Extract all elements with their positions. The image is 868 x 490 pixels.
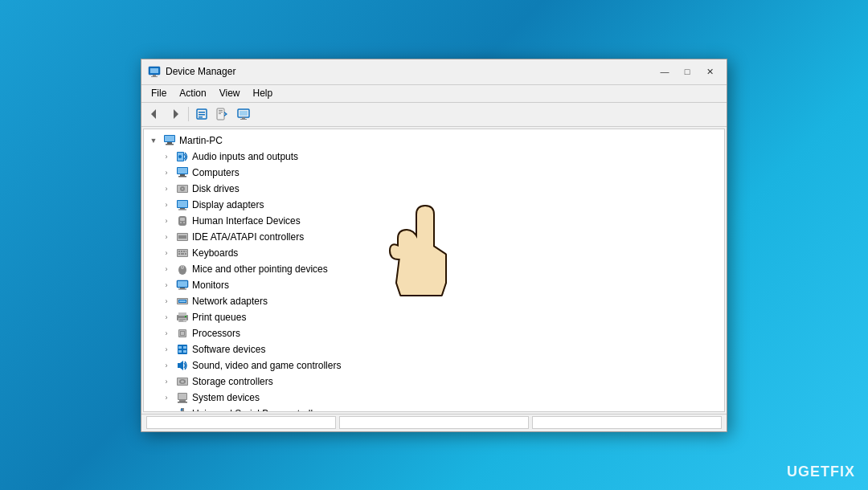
item-label-2: Disk drives <box>192 183 240 194</box>
svg-rect-36 <box>178 209 186 210</box>
forward-button[interactable] <box>166 105 185 123</box>
svg-rect-21 <box>166 144 174 145</box>
tree-item-6[interactable]: › Keyboards <box>144 245 724 261</box>
svg-rect-58 <box>180 288 185 289</box>
window-title: Device Manager <box>166 66 654 77</box>
svg-point-69 <box>185 316 186 317</box>
tree-root: ▼ Martin-PC › <box>144 133 724 412</box>
tree-item-8[interactable]: › Monitors <box>144 277 724 293</box>
svg-rect-34 <box>178 201 187 207</box>
svg-rect-51 <box>181 253 184 255</box>
tree-item-7[interactable]: › Mice and other pointing devices <box>144 261 724 277</box>
expand-icon-12: › <box>160 343 173 356</box>
disk-icon <box>176 182 189 195</box>
minimize-button[interactable]: — <box>654 63 675 80</box>
ide-icon <box>176 231 189 243</box>
system-icon <box>176 391 189 404</box>
svg-rect-47 <box>181 251 182 252</box>
item-label-15: System devices <box>192 392 260 403</box>
svg-marker-5 <box>174 109 178 119</box>
svg-rect-63 <box>179 300 186 302</box>
toolbar-sep-1 <box>188 107 189 121</box>
item-label-10: Print queues <box>192 312 246 323</box>
properties-button[interactable] <box>192 105 211 123</box>
usb-icon <box>176 407 189 412</box>
svg-point-32 <box>182 188 183 190</box>
svg-rect-11 <box>219 110 223 111</box>
status-panel-right <box>532 416 722 429</box>
svg-rect-40 <box>183 222 185 223</box>
svg-rect-55 <box>182 266 183 268</box>
svg-rect-67 <box>179 319 186 320</box>
tree-item-15[interactable]: › System devices <box>144 390 724 406</box>
svg-rect-39 <box>180 222 182 223</box>
tree-item-3[interactable]: › Display adapters <box>144 197 724 213</box>
display-adapter-icon <box>176 198 189 211</box>
item-label-1: Computers <box>192 167 240 178</box>
computer-icon <box>163 134 176 147</box>
menu-view[interactable]: View <box>213 86 247 100</box>
svg-rect-52 <box>185 253 186 255</box>
svg-rect-59 <box>178 288 186 289</box>
root-label: Martin-PC <box>179 135 223 146</box>
svg-rect-28 <box>178 176 186 178</box>
tree-item-2[interactable]: › Disk drives <box>144 181 724 197</box>
svg-rect-26 <box>178 168 187 174</box>
svg-rect-73 <box>181 332 184 335</box>
menu-help[interactable]: Help <box>247 86 280 100</box>
device-tree[interactable]: ▼ Martin-PC › <box>143 129 725 412</box>
menu-bar: File Action View Help <box>141 85 727 103</box>
tree-item-10[interactable]: › Print queues <box>144 309 724 325</box>
title-bar: Device Manager — □ ✕ <box>141 59 727 85</box>
item-label-11: Processors <box>192 328 240 339</box>
maximize-button[interactable]: □ <box>677 63 698 80</box>
back-button[interactable] <box>145 105 164 123</box>
tree-item-1[interactable]: › Computers <box>144 165 724 181</box>
item-label-6: Keyboards <box>192 247 238 259</box>
menu-file[interactable]: File <box>145 86 173 100</box>
expand-icon-8: › <box>160 279 173 292</box>
keyboard-icon <box>176 247 189 259</box>
tree-item-9[interactable]: › Network adapters <box>144 293 724 309</box>
svg-rect-68 <box>179 321 183 321</box>
expand-icon-6: › <box>160 247 173 259</box>
svg-rect-7 <box>199 112 205 113</box>
svg-point-24 <box>178 155 182 158</box>
expand-icon-0: › <box>160 150 173 163</box>
tree-item-11[interactable]: › Processors <box>144 325 724 341</box>
expand-icon-14: › <box>160 375 173 388</box>
svg-rect-15 <box>240 111 248 116</box>
item-label-13: Sound, video and game controllers <box>192 360 341 371</box>
tree-item-0[interactable]: › Audio inputs and outputs <box>144 149 724 165</box>
tree-item-14[interactable]: › Storage controllers <box>144 374 724 390</box>
svg-rect-74 <box>178 345 187 354</box>
expand-icon-13: › <box>160 359 173 372</box>
item-label-4: Human Interface Devices <box>192 215 301 227</box>
tree-item-13[interactable]: › Sound, video and game controllers <box>144 357 724 374</box>
app-icon <box>148 65 161 78</box>
svg-rect-49 <box>186 251 186 252</box>
item-label-12: Software devices <box>192 344 265 355</box>
menu-action[interactable]: Action <box>173 86 212 100</box>
status-panel-center <box>339 416 529 429</box>
svg-rect-8 <box>199 114 205 116</box>
svg-rect-78 <box>183 350 186 353</box>
update-button[interactable] <box>213 105 232 123</box>
close-button[interactable]: ✕ <box>699 63 720 80</box>
device-manager-window: Device Manager — □ ✕ File Action View He… <box>141 59 727 432</box>
computers-icon <box>176 166 189 179</box>
item-label-14: Storage controllers <box>192 376 273 387</box>
svg-rect-9 <box>199 116 203 118</box>
display-button[interactable] <box>234 105 253 123</box>
tree-root-item[interactable]: ▼ Martin-PC <box>144 133 724 149</box>
tree-item-5[interactable]: › IDE ATA/ATAPI controllers <box>144 229 724 245</box>
tree-item-16[interactable]: › Universal Serial Bus controllers <box>144 406 724 412</box>
monitor-icon <box>176 279 189 292</box>
tree-item-12[interactable]: › Software devices <box>144 341 724 357</box>
svg-rect-46 <box>178 251 180 252</box>
tree-item-4[interactable]: › Human Interface Devices <box>144 213 724 229</box>
svg-rect-27 <box>180 174 185 176</box>
expand-icon-10: › <box>160 311 173 324</box>
mouse-icon <box>176 263 189 276</box>
svg-rect-3 <box>151 76 158 77</box>
